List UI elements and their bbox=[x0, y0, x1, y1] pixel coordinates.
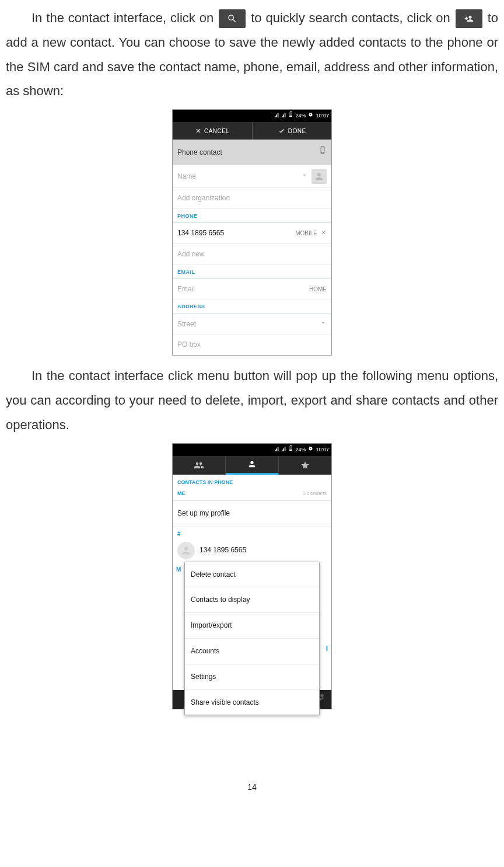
contact-avatar-placeholder[interactable] bbox=[312, 169, 327, 184]
tab-groups[interactable] bbox=[173, 456, 226, 475]
email-type[interactable]: HOME bbox=[309, 284, 327, 295]
menu-item-import-export[interactable]: Import/export bbox=[185, 613, 319, 639]
menu-item-settings[interactable]: Settings bbox=[185, 664, 319, 690]
email-placeholder: Email bbox=[177, 283, 306, 296]
p1-text-b: to quickly search contacts, click on bbox=[251, 11, 454, 25]
menu-item-display[interactable]: Contacts to display bbox=[185, 587, 319, 613]
email-section-label: EMAIL bbox=[173, 265, 331, 279]
menu-item-accounts[interactable]: Accounts bbox=[185, 639, 319, 664]
menu-item-share[interactable]: Share visible contacts bbox=[185, 690, 319, 715]
phone-section-label: PHONE bbox=[173, 209, 331, 223]
phone-field[interactable]: 134 1895 6565 MOBILE bbox=[173, 223, 331, 244]
menu-item-delete[interactable]: Delete contact bbox=[185, 562, 319, 588]
me-label: ME bbox=[177, 489, 186, 499]
phone-value: 134 1895 6565 bbox=[177, 227, 292, 240]
name-field[interactable]: Name bbox=[173, 165, 331, 188]
status-bar: 24% 10:07 bbox=[173, 110, 331, 122]
account-row[interactable]: Phone contact bbox=[173, 140, 331, 165]
signal-icon-2 bbox=[282, 445, 286, 455]
setup-profile-label: Set up my profile bbox=[177, 509, 230, 517]
address-section-label: ADDRESS bbox=[173, 300, 331, 314]
tab-bar bbox=[173, 456, 331, 475]
alarm-icon bbox=[308, 111, 313, 121]
battery-icon bbox=[289, 111, 293, 121]
screenshot-add-contact: 24% 10:07 CANCEL DONE Phone contact Name… bbox=[172, 109, 332, 356]
contact-name: 134 1895 6565 bbox=[200, 544, 246, 557]
contacts-in-phone-label: CONTACTS IN PHONE bbox=[173, 475, 331, 489]
pobox-field[interactable]: PO box bbox=[173, 335, 331, 355]
p2-text: In the contact interface click menu butt… bbox=[6, 368, 498, 432]
paragraph-2: In the contact interface click menu butt… bbox=[6, 364, 498, 437]
setup-profile-row[interactable]: Set up my profile bbox=[173, 501, 331, 527]
signal-icon-2 bbox=[282, 111, 286, 121]
status-time: 10:07 bbox=[316, 445, 329, 455]
avatar bbox=[177, 542, 195, 559]
add-new-phone-field[interactable]: Add new bbox=[173, 244, 331, 265]
street-placeholder: Street bbox=[177, 318, 316, 331]
add-organization-field[interactable]: Add organization bbox=[173, 188, 331, 209]
section-letter: M bbox=[176, 564, 181, 575]
battery-percent: 24% bbox=[295, 445, 306, 455]
context-menu: Delete contact Contacts to display Impor… bbox=[184, 562, 320, 716]
cancel-button[interactable]: CANCEL bbox=[173, 122, 253, 140]
tab-favorites[interactable] bbox=[279, 456, 331, 475]
signal-icon bbox=[275, 445, 279, 455]
scroll-index-letter[interactable]: I bbox=[326, 642, 328, 656]
chevron-down-icon[interactable] bbox=[301, 170, 308, 183]
account-label: Phone contact bbox=[177, 146, 222, 159]
signal-icon bbox=[275, 111, 279, 121]
phone-type[interactable]: MOBILE bbox=[295, 228, 317, 239]
chevron-down-icon[interactable] bbox=[320, 318, 327, 331]
page-number: 14 bbox=[6, 779, 498, 795]
email-field[interactable]: Email HOME bbox=[173, 279, 331, 300]
p1-text-a: In the contact interface, click on bbox=[32, 11, 218, 25]
paragraph-1: In the contact interface, click on to qu… bbox=[6, 6, 498, 103]
contact-count: 3 contacts bbox=[303, 489, 327, 499]
status-time: 10:07 bbox=[316, 111, 329, 121]
done-button[interactable]: DONE bbox=[253, 122, 332, 140]
search-icon bbox=[219, 9, 246, 28]
pobox-placeholder: PO box bbox=[177, 338, 327, 351]
screenshot-contact-menu: 24% 10:07 CONTACTS IN PHONE ME 3 contact… bbox=[172, 443, 332, 709]
cancel-label: CANCEL bbox=[204, 126, 230, 137]
remove-phone-button[interactable] bbox=[321, 227, 327, 240]
contact-row[interactable]: 134 1895 6565 bbox=[173, 539, 331, 562]
phone-device-icon bbox=[318, 144, 327, 161]
name-placeholder: Name bbox=[177, 170, 298, 183]
street-field[interactable]: Street bbox=[173, 314, 331, 335]
status-bar: 24% 10:07 bbox=[173, 444, 331, 456]
me-row: ME 3 contacts bbox=[173, 489, 331, 501]
action-bar: CANCEL DONE bbox=[173, 122, 331, 140]
section-hash: # bbox=[173, 527, 331, 539]
alarm-icon bbox=[308, 445, 313, 455]
add-contact-icon bbox=[456, 9, 482, 28]
done-label: DONE bbox=[288, 126, 306, 137]
add-organization-placeholder: Add organization bbox=[177, 191, 327, 205]
tab-contacts[interactable] bbox=[226, 456, 279, 475]
battery-icon bbox=[289, 445, 293, 455]
battery-percent: 24% bbox=[295, 111, 306, 121]
add-new-placeholder: Add new bbox=[177, 248, 327, 261]
